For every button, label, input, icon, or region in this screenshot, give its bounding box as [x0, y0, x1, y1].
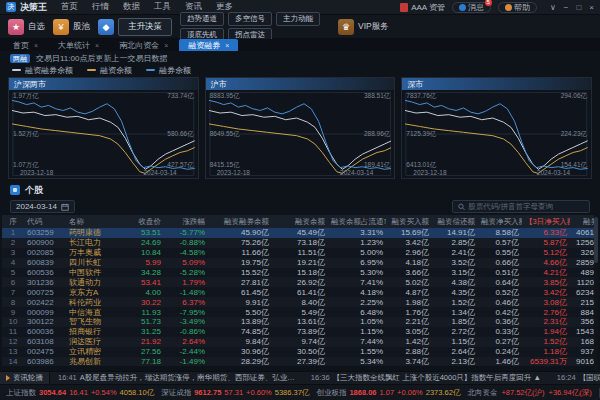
column-header[interactable]: 融资净买入额 — [478, 217, 522, 226]
app-title: 决策王 — [20, 1, 47, 14]
ticker-item[interactable]: 16:41A股尾盘异动拉升，瑞达期货涨停，南华期货、西部证券、弘业… — [58, 373, 295, 383]
table-cell: 77.18 — [124, 357, 164, 366]
help-button[interactable]: 帮助 — [498, 2, 537, 13]
table-cell: 000099 — [24, 308, 66, 317]
maximize-button[interactable]: □ — [576, 3, 581, 12]
app-window: 决 决策王 首页行情数据工具资讯更多 AAA 资管 消息 5 帮助 ∨ − □ … — [0, 0, 600, 400]
vip-button[interactable]: ♛ VIP服务 — [338, 19, 389, 35]
tab-大单统计[interactable]: 大单统计× — [49, 39, 108, 51]
column-header[interactable]: 代码 — [24, 217, 66, 226]
column-header[interactable]: 融资融券余额 — [208, 217, 272, 226]
feature-button[interactable]: 多空信号 — [228, 12, 272, 26]
north-funds[interactable]: 北向资金 +87.52亿(沪) +36.94亿(深) — [467, 388, 591, 398]
table-cell: 61.41亿 — [272, 288, 328, 297]
tab-南北向资金[interactable]: 南北向资金× — [110, 39, 177, 51]
date-picker[interactable]: 2024-03-14 — [10, 200, 75, 213]
index-quote[interactable]: 上证指数3054.6416.41+0.54%4058.10亿 — [6, 388, 154, 398]
tab-首页[interactable]: 首页× — [4, 39, 47, 51]
table-row[interactable]: 11600036招商银行31.25-0.86%74.85亿73.89亿1.15%… — [2, 327, 598, 337]
section-header: 个股 — [0, 182, 600, 198]
table-row[interactable]: 8002422科伦药业30.226.37%9.91亿8.40亿2.25%1.98… — [2, 297, 598, 307]
table-row[interactable]: 4600839四川长虹5.995.09%19.75亿19.21亿6.95%4.1… — [2, 258, 598, 268]
table-cell: 3.42亿 — [522, 288, 570, 297]
table-row[interactable]: 3002085万丰奥威10.84-4.58%11.66亿11.51亿5.00%2… — [2, 248, 598, 258]
table-cell: 润达医疗 — [66, 337, 124, 346]
collapse-icon[interactable]: ∨ — [550, 3, 556, 12]
close-icon[interactable]: × — [164, 42, 168, 49]
column-header[interactable]: 融资余额占流通市值比 — [328, 217, 386, 226]
minimize-button[interactable]: − — [564, 3, 569, 12]
table-cell: 药明康德 — [66, 228, 124, 237]
table-cell: 2.25% — [328, 298, 386, 307]
table-scrollbar[interactable] — [594, 215, 598, 371]
table-cell: 5.50亿 — [208, 308, 272, 317]
table-cell: 4.21亿 — [522, 268, 570, 277]
menu-item[interactable]: 首页 — [61, 1, 78, 13]
table-row[interactable]: 6301236软通动力53.411.79%27.81亿26.92亿7.41%5.… — [2, 277, 598, 287]
main-rise-button[interactable]: 主升决策 — [118, 18, 172, 36]
stockpool-button[interactable]: ¥ 股池 — [53, 19, 90, 35]
stock-search-input[interactable] — [468, 202, 584, 211]
index-quote[interactable]: 创业板指1868.061.07+0.06%2373.62亿 — [316, 388, 460, 398]
chart-panel-shanghai: 沪市8883.95亿8649.55亿8415.15亿388.51亿288.96亿… — [205, 77, 396, 179]
index-quote[interactable]: 深证成指9612.7557.31+0.60%5386.37亿 — [161, 388, 309, 398]
legend-item[interactable]: 融资余额 — [87, 65, 132, 76]
message-badge: 5 — [485, 0, 492, 6]
main-rise-group: ◆ 主升决策 — [98, 18, 172, 36]
table-row[interactable]: 10300122智飞生物51.73-3.49%13.89亿13.61亿1.05%… — [2, 317, 598, 327]
column-header[interactable]: 涨跌幅 — [164, 217, 208, 226]
table-cell: 11.66亿 — [208, 248, 272, 257]
messages-button[interactable]: 消息 5 — [452, 2, 491, 13]
table-row[interactable]: 7000725京东方A4.00-1.48%61.45亿61.41亿4.18%4.… — [2, 287, 598, 297]
y-axis-label: 189.41亿 — [364, 162, 390, 168]
table-cell: 6.95% — [328, 258, 386, 267]
table-row[interactable]: 14603986兆易创新77.18-1.49%28.29亿27.39亿5.34%… — [2, 357, 598, 367]
table-row[interactable]: 12603108润达医疗21.922.64%9.84亿9.74亿7.44%1.4… — [2, 337, 598, 347]
table-cell: -0.86% — [164, 327, 208, 336]
column-header[interactable]: 收盘价 — [124, 217, 164, 226]
feature-button[interactable]: 趋势通道 — [180, 12, 224, 26]
table-cell: 600536 — [24, 268, 66, 277]
feature-button[interactable]: 主力动能 — [276, 12, 320, 26]
close-icon[interactable]: × — [34, 42, 38, 49]
scrollbar-thumb[interactable] — [594, 217, 598, 263]
table-cell: 2 — [2, 238, 24, 247]
menu-item[interactable]: 行情 — [92, 1, 109, 13]
menu-item[interactable]: 数据 — [123, 1, 140, 13]
table-cell: 4.87亿 — [386, 288, 432, 297]
menu-item[interactable]: 工具 — [154, 1, 171, 13]
table-cell: 1.05% — [328, 317, 386, 326]
table-cell: 4.18% — [328, 288, 386, 297]
table-row[interactable]: 13002475立讯精密27.56-2.44%30.96亿30.50亿1.55%… — [2, 347, 598, 357]
tab-融资融券[interactable]: 融资融券× — [179, 39, 238, 51]
close-icon[interactable]: × — [225, 42, 229, 49]
close-icon[interactable]: × — [95, 42, 99, 49]
table-cell: 11.93 — [124, 308, 164, 317]
ticker-label[interactable]: 资讯轮播 — [0, 372, 50, 384]
folder-icon — [10, 185, 20, 195]
table-cell: 1.52亿 — [432, 298, 478, 307]
table-row[interactable]: 9000099中信海直11.93-7.95%5.50亿5.49亿6.48%1.7… — [2, 307, 598, 317]
legend-item[interactable]: 融资融券余额 — [12, 65, 73, 76]
table-cell: 0.36亿 — [478, 317, 522, 326]
table-row[interactable]: 1603259药明康德53.51-5.77%45.90亿45.49亿3.31%1… — [2, 228, 598, 238]
column-header[interactable]: 融资偿还额 — [432, 217, 478, 226]
table-cell: 3 — [2, 248, 24, 257]
column-header[interactable]: 融资买入额 — [386, 217, 432, 226]
table-cell: 5.34% — [328, 357, 386, 366]
legend-item[interactable]: 融券余额 — [146, 65, 191, 76]
ticker-item[interactable]: 16:24【国联证券】银行后续绝对收益下跌空间不大 具备高股息扩容潜力的企业… — [557, 373, 600, 383]
ticker-item[interactable]: 16:36【三大指数全线飘红 上涨个股近4000只】指数午后再度回升 ▲ — [311, 373, 541, 383]
column-header[interactable]: 融资余额 — [272, 217, 328, 226]
table-row[interactable]: 2600900长江电力24.69-0.88%75.26亿73.18亿1.23%3… — [2, 238, 598, 248]
close-button[interactable]: × — [589, 3, 594, 12]
account-info[interactable]: AAA 资管 — [400, 2, 445, 13]
column-header[interactable]: 序 — [2, 217, 24, 226]
watchlist-button[interactable]: ★ 自选 — [8, 19, 45, 35]
column-header[interactable]: 名称 — [66, 217, 124, 226]
y-axis-label: 6413.01亿 — [406, 162, 436, 168]
table-row[interactable]: 5600536中国软件34.28-5.28%15.52亿15.18亿5.30%3… — [2, 268, 598, 278]
column-header[interactable]: 【3日净买入额】 — [522, 217, 570, 226]
section-title: 个股 — [25, 184, 43, 197]
north-sz-value: +36.94亿(深) — [549, 388, 592, 398]
